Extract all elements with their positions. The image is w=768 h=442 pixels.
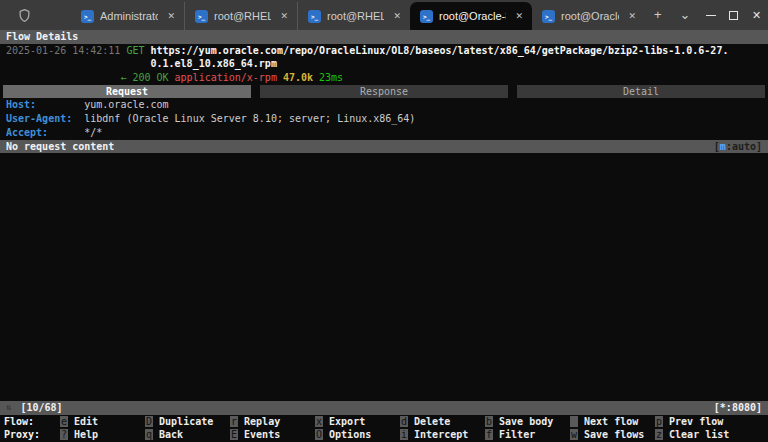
help-entry-label: Back xyxy=(159,429,183,440)
close-button[interactable]: ✕ xyxy=(745,0,768,30)
help-entry-intercept: i Intercept xyxy=(400,428,485,442)
tab-request[interactable]: Request xyxy=(3,85,251,99)
new-tab-button[interactable]: + xyxy=(645,0,671,30)
response-summary-line: ← 200 OKapplication/x-rpm47.0k23ms xyxy=(0,71,768,85)
key-cap: d xyxy=(400,416,408,427)
powershell-icon: >_ xyxy=(308,10,321,23)
tab-title: root@RHEL9-Testi xyxy=(327,10,384,22)
header-row-user-agent: User-Agent:libdnf (Oracle Linux Server 8… xyxy=(0,112,768,126)
tab-detail[interactable]: Detail xyxy=(517,85,765,99)
terminal-tab-oracle-active[interactable]: >_ root@Oracle-8-10 ✕ xyxy=(410,2,532,30)
help-entry-label: Next flow xyxy=(584,416,638,427)
response-time: 23ms xyxy=(319,72,343,83)
help-entry-label: Prev flow xyxy=(669,416,723,427)
tab-strip: >_ Administrator: Wir ✕ >_ root@RHEL9-Te… xyxy=(71,0,645,30)
key-cap: r xyxy=(230,416,238,427)
key-cap: w xyxy=(570,429,578,440)
response-status: ← 200 OK xyxy=(120,72,168,83)
help-group-label: Flow: xyxy=(4,415,60,429)
key-cap: ? xyxy=(60,429,68,440)
help-entry-delete: d Delete xyxy=(400,415,485,429)
tab-dropdown-button[interactable]: ⌄ xyxy=(671,0,700,30)
window-titlebar: >_ Administrator: Wir ✕ >_ root@RHEL9-Te… xyxy=(0,0,768,30)
tab-close-icon[interactable]: ✕ xyxy=(625,11,639,21)
help-entry-label: Edit xyxy=(74,416,98,427)
help-entry-label: Help xyxy=(74,429,98,440)
help-entry-clear-list: z Clear list xyxy=(655,428,740,442)
request-content-bar: No request content [m:auto] xyxy=(0,140,768,154)
terminal-window: >_ Administrator: Wir ✕ >_ root@RHEL9-Te… xyxy=(0,0,768,442)
view-mode-indicator: [m:auto] xyxy=(714,140,762,154)
header-key: Host: xyxy=(6,98,84,112)
tab-title: root@RHEL9-Testi xyxy=(214,10,271,22)
flow-details-header: Flow Details xyxy=(0,30,768,44)
terminal-tab-oracle-2[interactable]: >_ root@Oracle-8-10 ✕ xyxy=(532,2,645,30)
header-value: yum.oracle.com xyxy=(84,99,168,110)
help-entry-label: Save body xyxy=(499,416,553,427)
tab-title: root@Oracle-8-10 xyxy=(561,10,619,22)
help-entry-help: ? Help xyxy=(60,428,145,442)
help-row-flow: Flow: e Edit D Duplicate r Replay x Expo… xyxy=(0,415,768,429)
help-entry-options: O Options xyxy=(315,428,400,442)
flow-timestamp: 2025-01-26 14:42:11 xyxy=(6,45,120,56)
flow-position: [10/68] xyxy=(20,401,62,415)
minimize-icon xyxy=(706,15,716,16)
help-entry-filter: f Filter xyxy=(485,428,570,442)
maximize-button[interactable] xyxy=(722,0,745,30)
key-cap: D xyxy=(145,416,153,427)
help-entry-label: Events xyxy=(244,429,280,440)
powershell-icon: >_ xyxy=(81,10,94,23)
help-entry-prev-flow: p Prev flow xyxy=(655,415,740,429)
tab-title: Administrator: Wir xyxy=(100,10,158,22)
request-url-line1: https://yum.oracle.com/repo/OracleLinux/… xyxy=(150,45,728,56)
header-row-accept: Accept:*/* xyxy=(0,126,768,140)
response-content-type: application/x-rpm xyxy=(175,72,277,83)
help-group-label: Proxy: xyxy=(4,428,60,442)
help-entry-save-flows: w Save flows xyxy=(570,428,655,442)
help-entry-save-body: b Save body xyxy=(485,415,570,429)
key-cap: _ xyxy=(570,416,578,427)
tab-close-icon[interactable]: ✕ xyxy=(512,11,526,21)
terminal-tab-rhel9-2[interactable]: >_ root@RHEL9-Testi ✕ xyxy=(297,2,410,30)
request-url-line2-row: 0.1.el8_10.x86_64.rpm xyxy=(0,57,768,71)
no-content-message: No request content xyxy=(6,140,114,154)
mode-value: :auto] xyxy=(726,141,762,152)
terminal-tab-administrator[interactable]: >_ Administrator: Wir ✕ xyxy=(71,2,184,30)
key-cap: q xyxy=(145,429,153,440)
scroll-indicator-icon: ⇅ xyxy=(6,401,11,415)
header-key: User-Agent: xyxy=(6,112,84,126)
help-entry-label: Filter xyxy=(499,429,535,440)
key-cap: f xyxy=(485,429,493,440)
tab-close-icon[interactable]: ✕ xyxy=(390,11,404,21)
key-cap: E xyxy=(230,429,238,440)
tab-response[interactable]: Response xyxy=(260,85,508,99)
flow-view-tabs: Request Response Detail xyxy=(0,85,768,99)
header-value: */* xyxy=(84,127,102,138)
key-cap: p xyxy=(655,416,663,427)
flow-details-title: Flow Details xyxy=(6,30,78,44)
key-cap: z xyxy=(655,429,663,440)
status-bar: ⇅ [10/68] [*:8080] xyxy=(0,401,768,415)
key-cap: b xyxy=(485,416,493,427)
header-row-host: Host:yum.oracle.com xyxy=(0,98,768,112)
help-entry-export: x Export xyxy=(315,415,400,429)
key-cap: i xyxy=(400,429,408,440)
tab-close-icon[interactable]: ✕ xyxy=(277,11,291,21)
help-entry-back: q Back xyxy=(145,428,230,442)
key-cap: O xyxy=(315,429,323,440)
help-entry-label: Intercept xyxy=(414,429,468,440)
tab-title: root@Oracle-8-10 xyxy=(439,10,506,22)
minimize-button[interactable] xyxy=(700,0,723,30)
terminal-tab-rhel9-1[interactable]: >_ root@RHEL9-Testi ✕ xyxy=(184,2,297,30)
close-icon: ✕ xyxy=(752,9,761,22)
help-entry-replay: r Replay xyxy=(230,415,315,429)
powershell-icon: >_ xyxy=(195,10,208,23)
tab-close-icon[interactable]: ✕ xyxy=(164,11,178,21)
terminal-empty-area xyxy=(0,153,768,401)
request-summary-line: 2025-01-26 14:42:11GEThttps://yum.oracle… xyxy=(0,44,768,58)
help-entry-label: Export xyxy=(329,416,365,427)
help-entry-label: Save flows xyxy=(584,429,644,440)
maximize-icon xyxy=(729,11,738,20)
help-entry-next-flow: _ Next flow xyxy=(570,415,655,429)
proxy-listen-address: [*:8080] xyxy=(714,401,762,415)
